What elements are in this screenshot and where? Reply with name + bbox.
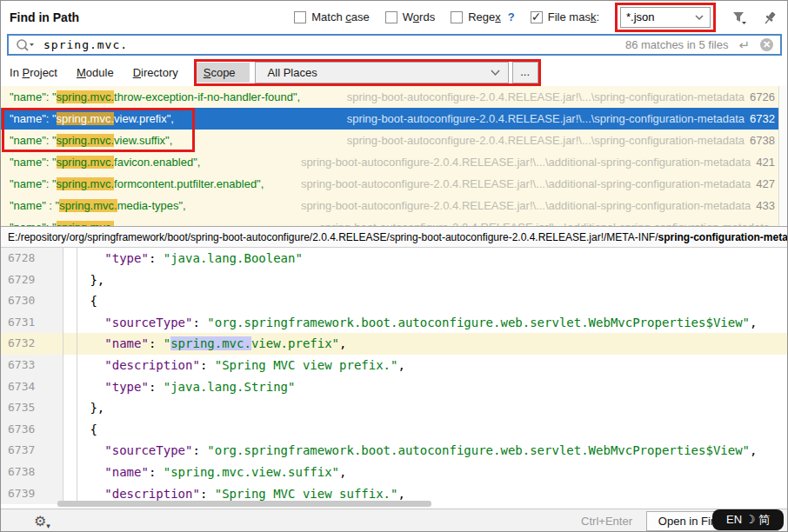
pin-icon[interactable] — [763, 10, 778, 25]
match-case-checkbox[interactable]: Match case — [294, 10, 370, 23]
result-line-number: 6738 — [750, 134, 775, 147]
search-status: 86 matches in 5 files ↵ ✕ — [625, 37, 773, 53]
scope-tab-in-project[interactable]: In Project — [10, 66, 57, 79]
words-box-icon[interactable] — [385, 11, 397, 23]
result-location: spring-boot-autoconfigure-2.0.4.RELEASE.… — [347, 112, 775, 125]
regex-help-link[interactable]: ? — [508, 10, 515, 23]
result-row[interactable]: "name": "spring.mvc.favicon.enabled",spr… — [1, 151, 788, 173]
gutter-fold-column — [63, 419, 77, 441]
scope-tab-directory[interactable]: Directory — [133, 66, 178, 79]
gutter-fold-column — [63, 440, 77, 462]
file-mask-value: *.json — [626, 10, 655, 23]
snippet-rest: favicon.enabled", — [114, 156, 200, 169]
code-line[interactable]: 6732 "name": "spring.mvc.view.prefix", — [1, 333, 787, 355]
code-token: "org.springframework.boot.autoconfigure.… — [207, 316, 750, 329]
scope-browse-button[interactable]: ... — [512, 62, 538, 83]
code-text: "name": "spring.mvc.view.prefix", — [77, 333, 346, 355]
result-location: spring-boot-autoconfigure-2.0.4.RELEASE.… — [347, 134, 775, 147]
result-snippet: "name": "spring.mvc.view.prefix", — [10, 112, 174, 125]
code-token: : — [192, 316, 207, 329]
line-number: 6728 — [1, 248, 63, 269]
chevron-down-icon[interactable] — [694, 14, 705, 21]
regex-checkbox[interactable]: Regex ? — [451, 10, 515, 23]
result-row[interactable]: "name": "spring.mvc.view.suffix",spring-… — [1, 130, 788, 151]
code-token: , — [339, 465, 346, 479]
code-text: "description": "Spring MVC view prefix."… — [77, 355, 405, 376]
line-number: 6732 — [1, 333, 63, 355]
result-location: spring-boot-autoconfigure-2.0.4.RELEASE.… — [301, 177, 775, 190]
editor-lines: 6728 "type": "java.lang.Boolean"6729 },6… — [1, 248, 787, 504]
code-line[interactable]: 6730 { — [1, 290, 787, 312]
code-line[interactable]: 6737 "sourceType": "org.springframework.… — [1, 440, 787, 462]
words-checkbox[interactable]: Words — [385, 10, 435, 23]
file-mask-box-icon[interactable] — [531, 11, 543, 23]
code-token: "description" — [104, 487, 200, 501]
code-token: "Spring MVC view prefix." — [215, 358, 398, 372]
code-token: , — [397, 358, 404, 372]
gutter-fold-column — [63, 312, 77, 334]
line-number: 6733 — [1, 355, 63, 376]
dialog-header: Find in Path Match case Words Regex ? Fi… — [1, 1, 787, 33]
code-token: "java.lang.Boolean" — [164, 251, 303, 265]
gutter-fold-column — [63, 248, 77, 269]
results-scrollbar[interactable] — [778, 86, 787, 226]
regex-label[interactable]: Regex — [468, 10, 501, 23]
file-mask-annotation-box: *.json — [615, 3, 716, 32]
code-line[interactable]: 6729 }, — [1, 269, 787, 291]
result-row[interactable]: "name" : "spring.mvc.media-types",spring… — [1, 195, 788, 216]
result-file-path: spring-boot-autoconfigure-2.0.4.RELEASE.… — [301, 177, 751, 190]
line-number: 6736 — [1, 419, 63, 441]
settings-gear-icon[interactable]: ⚙▾ — [34, 513, 50, 530]
search-input[interactable]: spring.mvc. 86 matches in 5 files ↵ ✕ — [7, 34, 782, 56]
result-row[interactable]: "name": "spring.mvc.formcontent.putfilte… — [1, 173, 788, 195]
scope-tab-module[interactable]: Module — [77, 66, 114, 79]
scope-tab-scope[interactable]: Scope — [197, 63, 250, 83]
words-label[interactable]: Words — [403, 10, 435, 23]
result-file-path: spring-boot-autoconfigure-2.0.4.RELEASE.… — [347, 90, 745, 103]
code-token: "name" — [104, 336, 149, 350]
code-token — [83, 336, 104, 350]
code-token: , — [750, 443, 757, 457]
dialog-footer: ⚙▾ Ctrl+Enter Open in Find Window — [1, 509, 787, 532]
scope-dropdown[interactable]: All Places — [255, 62, 509, 83]
code-line[interactable]: 6736 { — [1, 419, 787, 441]
search-icon[interactable] — [16, 38, 35, 52]
preview-path-text: E:/repository/org/springframework/boot/s… — [8, 231, 658, 243]
code-token — [83, 443, 104, 457]
file-mask-checkbox[interactable]: File mask: — [531, 10, 599, 23]
gutter-fold-column — [63, 376, 77, 398]
match-case-label[interactable]: Match case — [311, 10, 370, 23]
match-case-box-icon[interactable] — [294, 11, 306, 23]
code-line[interactable]: 6728 "type": "java.lang.Boolean" — [1, 248, 787, 269]
result-row[interactable]: "name": "spring.mvc.throw-exception-if-n… — [1, 86, 788, 108]
ime-language-indicator[interactable]: EN ☽ 简 — [712, 509, 784, 530]
file-mask-label[interactable]: File mask: — [548, 10, 599, 23]
result-line-number: 6732 — [750, 112, 775, 125]
regex-box-icon[interactable] — [451, 11, 463, 23]
code-token: "org.springframework.boot.autoconfigure.… — [207, 443, 750, 457]
snippet-rest: formcontent.putfilter.enabled", — [114, 177, 264, 190]
code-token: "sourceType" — [104, 316, 192, 329]
chevron-down-icon[interactable] — [490, 69, 501, 76]
code-line[interactable]: 6735 }, — [1, 397, 787, 419]
code-line[interactable]: 6731 "sourceType": "org.springframework.… — [1, 312, 787, 334]
snippet-prefix: "name": " — [10, 134, 57, 147]
editor-horizontal-scrollbar[interactable] — [57, 501, 431, 507]
snippet-prefix: "name": " — [10, 112, 57, 125]
dialog-title: Find in Path — [10, 10, 79, 24]
code-line[interactable]: 6733 "description": "Spring MVC view pre… — [1, 355, 787, 376]
file-mask-dropdown[interactable]: *.json — [620, 7, 711, 28]
code-preview-editor[interactable]: 6728 "type": "java.lang.Boolean"6729 },6… — [1, 248, 787, 509]
line-number: 6737 — [1, 440, 63, 462]
snippet-match-highlight: spring.mvc. — [57, 134, 114, 147]
result-file-path: spring-boot-autoconfigure-2.0.4.RELEASE.… — [301, 199, 751, 212]
code-text: "type": "java.lang.String" — [77, 376, 295, 398]
clear-search-button[interactable]: ✕ — [760, 38, 773, 51]
code-line[interactable]: 6738 "name": "spring.mvc.view.suffix", — [1, 462, 787, 483]
search-query-text[interactable]: spring.mvc. — [43, 38, 128, 51]
result-row[interactable]: "name": "spring.mvc.spring-boot-autoconf… — [1, 216, 788, 226]
result-row[interactable]: "name": "spring.mvc.view.prefix",spring-… — [1, 108, 788, 130]
code-line[interactable]: 6734 "type": "java.lang.String" — [1, 376, 787, 398]
code-token: "sourceType" — [104, 443, 192, 457]
filter-icon[interactable] — [731, 10, 747, 25]
